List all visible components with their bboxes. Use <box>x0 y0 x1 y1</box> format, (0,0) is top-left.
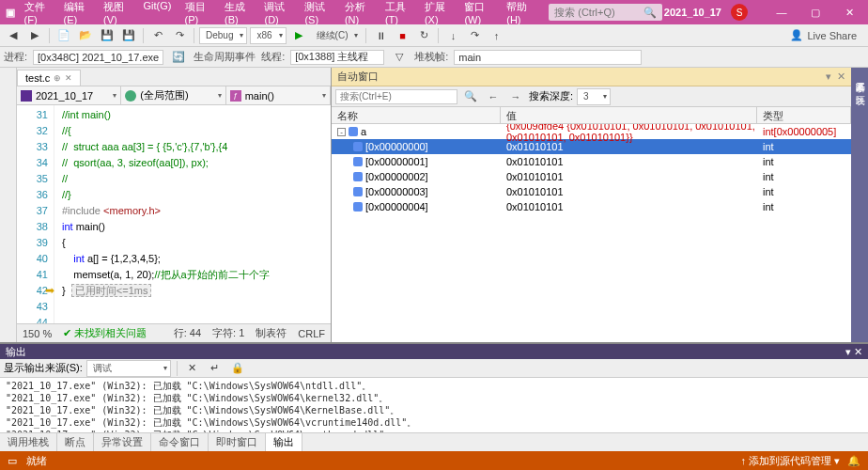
close-button[interactable]: ✕ <box>834 2 864 23</box>
close-tab-icon[interactable]: ✕ <box>65 73 72 83</box>
output-title: 输出 ▾ ✕ <box>0 344 868 359</box>
continue-icon[interactable]: ▶ <box>289 26 308 45</box>
output-clear-icon[interactable]: ✕ <box>183 359 202 378</box>
status-state-icon: ▭ <box>8 455 17 467</box>
autos-header: 名称 值 类型 <box>332 107 851 124</box>
issues-status[interactable]: ✔ 未找到相关问题 <box>63 326 147 340</box>
statusbar: ▭ 就绪 ↑ 添加到源代码管理 ▾ 🔔 <box>0 451 868 470</box>
thread-label: 线程: <box>261 50 285 64</box>
restart-icon[interactable]: ↻ <box>414 26 433 45</box>
output-close-icon[interactable]: ✕ <box>854 346 862 357</box>
rail-intellicode[interactable]: 区块 <box>852 85 867 92</box>
output-tab[interactable]: 命令窗口 <box>151 433 209 451</box>
output-from-dropdown[interactable]: 调试 <box>86 360 171 377</box>
nav-function[interactable]: ƒmain() <box>226 86 331 104</box>
vs-logo: ▣ <box>4 5 17 20</box>
save-icon[interactable]: 💾 <box>98 26 116 45</box>
output-tab[interactable]: 调用堆栈 <box>0 433 57 451</box>
autos-pane: 自动窗口 ▾✕ 🔍 ← → 搜索深度: 3 名称 值 类型 - a{0x009d… <box>332 68 851 342</box>
minimize-button[interactable]: — <box>767 2 797 23</box>
save-all-icon[interactable]: 💾 <box>119 26 138 45</box>
pane-close-icon[interactable]: ✕ <box>837 70 845 83</box>
titlebar: ▣ 文件(F)编辑(E)视图(V)Git(G)项目(P)生成(B)调试(D)测试… <box>0 0 868 24</box>
code-text[interactable]: //int main()//{// struct aaa aa[3] = { {… <box>54 105 331 323</box>
autos-prev-icon[interactable]: ← <box>484 87 503 106</box>
thread-dropdown[interactable]: [0x1388] 主线程 <box>290 50 384 65</box>
process-dropdown[interactable]: [0x348C] 2021_10_17.exe <box>33 50 163 65</box>
nav-project[interactable]: 2021_10_17 <box>17 86 121 104</box>
col-value[interactable]: 值 <box>501 107 757 123</box>
editor-tabs: test.c ⊕ ✕ <box>17 68 331 86</box>
code-nav-bar: 2021_10_17 (全局范围) ƒmain() <box>17 86 331 105</box>
autos-row[interactable]: [0x00000000]0x01010101int <box>332 139 851 154</box>
stackframe-dropdown[interactable]: main <box>454 50 642 65</box>
search-icon: 🔍 <box>643 7 657 19</box>
maximize-button[interactable]: ▢ <box>800 2 830 23</box>
output-tab[interactable]: 异常设置 <box>94 433 151 451</box>
nav-scope[interactable]: (全局范围) <box>121 86 225 104</box>
user-badge[interactable]: S <box>731 4 748 21</box>
depth-label: 搜索深度: <box>529 89 573 103</box>
search-input[interactable] <box>554 7 643 18</box>
process-label: 进程: <box>4 50 27 64</box>
output-toolbar: 显示输出来源(S): 调试 ✕ ↵ 🔒 <box>0 359 868 378</box>
step-into-icon[interactable]: ↓ <box>443 26 462 45</box>
output-tab[interactable]: 断点 <box>57 433 94 451</box>
output-lock-icon[interactable]: 🔒 <box>228 359 247 378</box>
col-type[interactable]: 类型 <box>757 107 851 123</box>
code-editor[interactable]: 3132333435363738394041424344 //int main(… <box>17 105 331 323</box>
line-indicator: 行: 44 <box>174 326 201 340</box>
output-pane: 输出 ▾ ✕ 显示输出来源(S): 调试 ✕ ↵ 🔒 "2021_10_17.e… <box>0 342 868 451</box>
liveshare[interactable]: 👤 Live Share <box>790 29 864 41</box>
undo-icon[interactable]: ↶ <box>148 26 167 45</box>
autos-row[interactable]: [0x00000001]0x01010101int <box>332 154 851 169</box>
search-box[interactable]: 🔍 <box>549 4 662 21</box>
output-text[interactable]: "2021_10_17.exe" (Win32): 已加载 "C:\Window… <box>0 378 868 432</box>
output-tab[interactable]: 输出 <box>266 433 302 451</box>
autos-row[interactable]: [0x00000004]0x01010101int <box>332 199 851 214</box>
debug-toolbar: 进程: [0x348C] 2021_10_17.exe 🔄 生命周期事件 线程:… <box>0 47 868 68</box>
stackframe-label: 堆栈帧: <box>414 50 448 64</box>
source-control[interactable]: ↑ 添加到源代码管理 ▾ <box>740 454 840 468</box>
config-dropdown[interactable]: Debug <box>199 27 247 44</box>
liveshare-icon: 👤 <box>790 29 803 41</box>
notifications-icon[interactable]: 🔔 <box>847 455 860 467</box>
autos-title: 自动窗口 ▾✕ <box>332 68 851 86</box>
filter-icon[interactable]: ▽ <box>390 48 409 67</box>
right-rail: 诊断工具 区块 <box>851 68 868 342</box>
autos-body: - a{0x009dfde4 {0x01010101, 0x01010101, … <box>332 124 851 342</box>
col-name[interactable]: 名称 <box>332 107 501 123</box>
output-tab[interactable]: 即时窗口 <box>209 433 266 451</box>
stop-icon[interactable]: ■ <box>393 26 411 45</box>
output-dropdown-icon[interactable]: ▾ <box>845 346 851 357</box>
lifecycle-icon[interactable]: 🔄 <box>169 48 188 67</box>
depth-dropdown[interactable]: 3 <box>577 88 611 105</box>
nav-back-icon[interactable]: ◀ <box>4 26 23 45</box>
continue-button[interactable]: 继续(C) <box>311 27 362 44</box>
step-over-icon[interactable]: ↷ <box>465 26 484 45</box>
autos-search-icon[interactable]: 🔍 <box>461 87 480 106</box>
output-tabs: 调用堆栈断点异常设置命令窗口即时窗口输出 <box>0 432 868 451</box>
platform-dropdown[interactable]: x86 <box>250 27 286 44</box>
autos-row[interactable]: - a{0x009dfde4 {0x01010101, 0x01010101, … <box>332 124 851 139</box>
step-out-icon[interactable]: ↑ <box>487 26 505 45</box>
tab-test-c[interactable]: test.c ⊕ ✕ <box>17 70 81 86</box>
rail-diagnostics[interactable]: 诊断工具 <box>852 71 867 79</box>
open-icon[interactable]: 📂 <box>76 26 95 45</box>
output-wrap-icon[interactable]: ↵ <box>206 359 225 378</box>
standard-toolbar: ◀ ▶ 📄 📂 💾 💾 ↶ ↷ Debug x86 ▶ 继续(C) ⏸ ■ ↻ … <box>0 24 868 47</box>
nav-fwd-icon[interactable]: ▶ <box>25 26 44 45</box>
editor-pane: test.c ⊕ ✕ 2021_10_17 (全局范围) ƒmain() 313… <box>17 68 332 342</box>
pane-dropdown-icon[interactable]: ▾ <box>826 70 831 83</box>
pin-icon[interactable]: ⊕ <box>54 73 61 83</box>
autos-next-icon[interactable]: → <box>506 87 525 106</box>
zoom-level[interactable]: 150 % <box>23 328 52 339</box>
pause-icon[interactable]: ⏸ <box>371 26 390 45</box>
autos-row[interactable]: [0x00000002]0x01010101int <box>332 169 851 184</box>
autos-row[interactable]: [0x00000003]0x01010101int <box>332 184 851 199</box>
redo-icon[interactable]: ↷ <box>170 26 189 45</box>
solution-name: 2021_10_17 <box>664 7 721 18</box>
new-file-icon[interactable]: 📄 <box>54 26 73 45</box>
autos-toolbar: 🔍 ← → 搜索深度: 3 <box>332 86 851 107</box>
autos-search[interactable] <box>335 89 457 104</box>
